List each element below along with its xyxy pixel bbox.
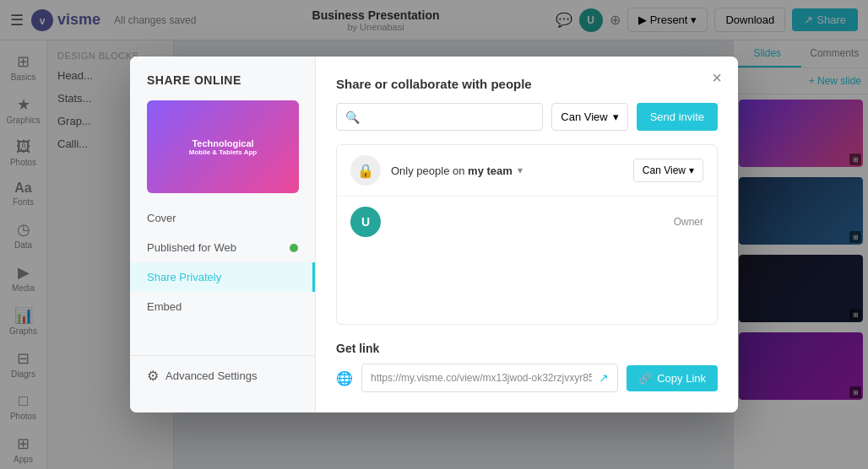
- advanced-settings-button[interactable]: ⚙ Advanced Settings: [130, 355, 315, 396]
- modal-nav-share-privately[interactable]: Share Privately: [130, 262, 315, 292]
- invite-search-input[interactable]: [365, 111, 534, 123]
- external-link-icon[interactable]: ↗: [599, 371, 609, 385]
- modal-left-panel: SHARE ONLINE Technological Mobile & Tabl…: [130, 57, 316, 412]
- user-permission: Owner: [674, 216, 703, 228]
- share-list: 🔒 Only people on my team ▾ Can View ▾: [336, 144, 718, 325]
- send-invite-button[interactable]: Send invite: [637, 103, 718, 131]
- preview-text: Technological Mobile & Tablets App: [189, 138, 257, 156]
- share-modal: SHARE ONLINE Technological Mobile & Tabl…: [130, 57, 738, 412]
- modal-nav-published[interactable]: Published for Web: [130, 233, 315, 262]
- modal-preview-thumbnail: Technological Mobile & Tablets App: [147, 100, 299, 193]
- close-button[interactable]: ×: [704, 65, 730, 90]
- modal-nav-cover[interactable]: Cover: [130, 203, 315, 233]
- copy-icon: 🔗: [638, 372, 652, 385]
- team-name: Only people on my team ▾: [391, 164, 633, 177]
- link-globe-icon: 🌐: [336, 370, 353, 386]
- chevron-down-icon: ▾: [689, 164, 694, 176]
- modal-title: SHARE ONLINE: [130, 73, 315, 100]
- copy-link-button[interactable]: 🔗 Copy Link: [627, 365, 718, 391]
- owner-label: Owner: [674, 216, 703, 228]
- link-url-input[interactable]: [371, 372, 592, 384]
- chevron-down-icon: ▾: [613, 111, 619, 123]
- team-permission: Can View ▾: [633, 159, 703, 182]
- published-dot: [290, 244, 298, 252]
- permission-dropdown[interactable]: Can View ▾: [551, 103, 627, 131]
- settings-icon: ⚙: [147, 368, 159, 384]
- team-info: Only people on my team ▾: [391, 164, 633, 177]
- modal-overlay: SHARE ONLINE Technological Mobile & Tabl…: [0, 0, 868, 469]
- share-row-team: 🔒 Only people on my team ▾ Can View ▾: [337, 145, 717, 197]
- share-row-user: U Owner: [337, 197, 717, 247]
- team-chevron-icon[interactable]: ▾: [518, 164, 523, 176]
- invite-search-wrap: 🔍: [336, 103, 543, 131]
- link-row: 🌐 ↗ 🔗 Copy Link: [336, 364, 718, 392]
- team-perm-dropdown[interactable]: Can View ▾: [633, 159, 703, 182]
- modal-nav-embed[interactable]: Embed: [130, 292, 315, 321]
- section-title: Share or collaborate with people: [336, 77, 718, 91]
- get-link-title: Get link: [336, 342, 718, 355]
- get-link-section: Get link 🌐 ↗ 🔗 Copy Link: [336, 342, 718, 392]
- team-avatar: 🔒: [350, 155, 381, 186]
- invite-row: 🔍 Can View ▾ Send invite: [336, 103, 718, 131]
- modal-right-panel: × Share or collaborate with people 🔍 Can…: [316, 57, 738, 412]
- search-icon: 🔍: [345, 111, 360, 124]
- link-input-wrap: ↗: [361, 364, 618, 392]
- user-avatar-share: U: [350, 207, 381, 237]
